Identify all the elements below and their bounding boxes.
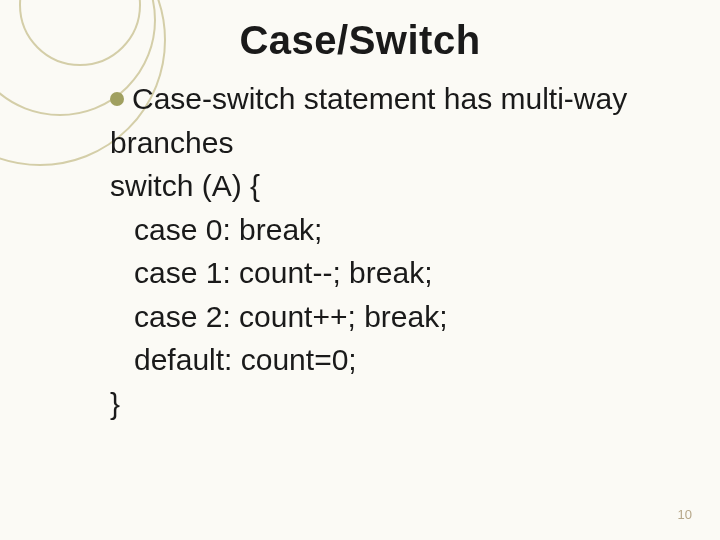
code-line-case2: case 2: count++; break; (110, 295, 680, 339)
bullet-text-line2: branches (110, 121, 680, 165)
bullet-text-line1: Case-switch statement has multi-way (132, 77, 680, 121)
code-line-case0: case 0: break; (110, 208, 680, 252)
page-number: 10 (678, 507, 692, 522)
code-line-switch: switch (A) { (110, 164, 680, 208)
slide-title: Case/Switch (40, 18, 680, 63)
code-line-case1: case 1: count--; break; (110, 251, 680, 295)
bullet-item: Case-switch statement has multi-way (110, 77, 680, 121)
slide: Case/Switch Case-switch statement has mu… (0, 0, 720, 540)
bullet-icon (110, 92, 124, 106)
slide-content: Case-switch statement has multi-way bran… (40, 77, 680, 425)
code-line-default: default: count=0; (110, 338, 680, 382)
code-line-close: } (110, 382, 680, 426)
